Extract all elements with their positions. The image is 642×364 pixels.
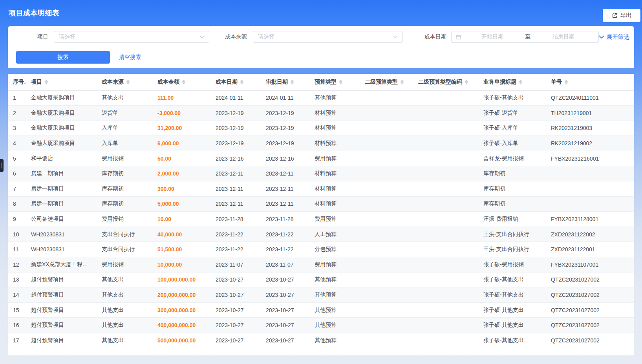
cell-doc_no: QTZC20231027002: [546, 318, 634, 333]
sort-icon[interactable]: [465, 80, 468, 84]
cell-sub_budget_type: [360, 242, 413, 257]
cell-project: WH20230831: [26, 227, 97, 242]
column-header-doc_no[interactable]: 单号: [546, 74, 634, 90]
table-row[interactable]: 16超付预警项目其他支出400,000,000.002023-10-272023…: [8, 318, 634, 333]
cell-budget_type: 费用预算: [309, 151, 360, 166]
cell-doc_title: 库存期初: [478, 181, 546, 197]
cell-sub_budget_type: [360, 106, 413, 121]
cell-sub_budget_code: [413, 257, 478, 273]
start-date-input[interactable]: 开始日期: [461, 33, 524, 40]
table-row[interactable]: 12新建XX总部大厦工程二期费用报销10,000.002023-11-07202…: [8, 257, 634, 273]
column-header-approval_date[interactable]: 审批日期: [261, 74, 309, 90]
table-row[interactable]: 8房建一期项目库存期初5,000.002023-12-112023-12-11材…: [8, 196, 634, 212]
cell-project: 金融大厦采购项目: [26, 136, 97, 151]
cell-cost_date: 2024-01-11: [210, 90, 261, 106]
cell-sub_budget_type: [360, 212, 413, 227]
column-label: 业务单据标题: [483, 79, 516, 86]
cell-sub_budget_type: [360, 333, 413, 348]
cell-index: 16: [8, 318, 26, 333]
table-row[interactable]: 5和平饭店费用报销50.002023-12-162023-12-16费用预算曾祥…: [8, 151, 634, 166]
cell-sub_budget_code: [413, 151, 478, 166]
search-button[interactable]: 搜索: [16, 51, 110, 64]
cell-budget_type: 其他预算: [309, 318, 360, 333]
sort-icon[interactable]: [45, 80, 48, 84]
cell-amount: -3,000.00: [152, 106, 210, 121]
sort-icon[interactable]: [401, 80, 404, 84]
column-header-source[interactable]: 成本来源: [97, 74, 152, 90]
cell-cost_date: 2023-10-27: [210, 333, 261, 348]
table-row[interactable]: 13超付预警项目其他支出100,000,000.002023-10-272023…: [8, 272, 634, 287]
column-header-project[interactable]: 项目: [26, 74, 97, 90]
table-row[interactable]: 1金融大厦采购项目其他支出111.002024-01-112024-01-11其…: [8, 90, 634, 106]
column-header-sub_budget_type[interactable]: 二级预算类型: [360, 74, 413, 90]
export-button[interactable]: 导出: [603, 9, 640, 22]
table-row[interactable]: 11WH20230831支出合同执行51,500.002023-11-22202…: [8, 242, 634, 257]
side-drawer-handle[interactable]: [0, 159, 4, 172]
sort-icon[interactable]: [565, 80, 568, 84]
cost-source-select[interactable]: 请选择: [253, 31, 403, 43]
cell-sub_budget_code: [413, 302, 478, 318]
column-label: 成本来源: [102, 79, 124, 86]
cost-date-range-picker[interactable]: 开始日期 至 结束日期: [451, 31, 599, 43]
column-header-sub_budget_code[interactable]: 二级预算类型编码: [413, 74, 478, 90]
cell-amount: 5,000.00: [152, 196, 210, 212]
column-header-cost_date[interactable]: 成本日期: [210, 74, 261, 90]
cell-cost_date: 2023-11-28: [210, 212, 261, 227]
sort-icon[interactable]: [291, 80, 294, 84]
cell-approval_date: 2023-10-27: [261, 318, 309, 333]
cell-doc_no: [546, 181, 634, 197]
cell-source: 其他支出: [97, 272, 152, 287]
sort-icon[interactable]: [519, 80, 522, 84]
sort-icon[interactable]: [182, 80, 185, 84]
calendar-icon: [455, 34, 461, 40]
sort-icon[interactable]: [240, 80, 243, 84]
cell-approval_date: 2024-01-11: [261, 90, 309, 106]
filter-item-cost-source: 成本来源 请选择: [225, 31, 403, 43]
cell-doc_no: QTZC20240111001: [546, 90, 634, 106]
column-header-doc_title[interactable]: 业务单据标题: [478, 74, 546, 90]
end-date-input[interactable]: 结束日期: [532, 33, 595, 40]
page-header: 项目成本明细表 导出: [0, 0, 642, 26]
cell-index: 3: [8, 121, 26, 136]
cell-source: 其他支出: [97, 287, 152, 303]
table-row[interactable]: 10WH20230831支出合同执行40,000.002023-11-22202…: [8, 227, 634, 242]
cell-source: 退货单: [97, 106, 152, 121]
table-row[interactable]: 2金融大厦采购项目退货单-3,000.002023-12-192023-12-1…: [8, 106, 634, 121]
cell-cost_date: 2023-10-27: [210, 287, 261, 303]
column-header-amount[interactable]: 成本金额: [152, 74, 210, 90]
table-row[interactable]: 6房建一期项目库存期初2,000.002023-12-112023-12-11材…: [8, 166, 634, 181]
cell-sub_budget_code: [413, 242, 478, 257]
table-row[interactable]: 14超付预警项目其他支出200,000,000.002023-10-272023…: [8, 287, 634, 303]
cell-source: 费用报销: [97, 257, 152, 273]
table-row[interactable]: 3金融大厦采购项目入库单31,200.002023-12-192023-12-1…: [8, 121, 634, 136]
table-row[interactable]: 4金融大厦采购项目入库单6,000.002023-12-192023-12-19…: [8, 136, 634, 151]
cell-sub_budget_type: [360, 151, 413, 166]
table-row[interactable]: 17超付预警项目其他支出500,000,000.002023-10-272023…: [8, 333, 634, 348]
cell-project: 金融大厦采购项目: [26, 121, 97, 136]
cell-source: 其他支出: [97, 302, 152, 318]
cell-amount: 6,000.00: [152, 136, 210, 151]
cell-doc_no: ZXD20231122002: [546, 227, 634, 242]
cell-sub_budget_type: [360, 302, 413, 318]
table-row[interactable]: 9公司备选项目费用报销10.002023-11-282023-11-28费用预算…: [8, 212, 634, 227]
column-header-budget_type[interactable]: 预算类型: [309, 74, 360, 90]
sort-icon[interactable]: [339, 80, 342, 84]
clear-search-link[interactable]: 清空搜索: [119, 54, 141, 61]
cell-project: 房建一期项目: [26, 196, 97, 212]
cell-cost_date: 2023-10-27: [210, 272, 261, 287]
sort-icon[interactable]: [126, 80, 130, 84]
cell-sub_budget_type: [360, 121, 413, 136]
cell-budget_type: 材料预算: [309, 121, 360, 136]
table-row[interactable]: 15超付预警项目其他支出300,000,000.002023-10-272023…: [8, 302, 634, 318]
expand-filter-link[interactable]: 展开筛选: [599, 33, 629, 41]
cell-project: 超付预警项目: [26, 302, 97, 318]
export-button-label: 导出: [620, 12, 632, 19]
cell-index: 10: [8, 227, 26, 242]
cell-amount: 51,500.00: [152, 242, 210, 257]
project-select[interactable]: 请选择: [54, 31, 209, 43]
cell-doc_no: RK20231219002: [546, 136, 634, 151]
cell-project: 房建一期项目: [26, 181, 97, 197]
table-row[interactable]: 7房建一期项目库存期初300.002023-12-112023-12-11材料预…: [8, 181, 634, 197]
cell-doc_title: 张子硕-退货单: [478, 106, 546, 121]
cell-amount: 10.00: [152, 212, 210, 227]
